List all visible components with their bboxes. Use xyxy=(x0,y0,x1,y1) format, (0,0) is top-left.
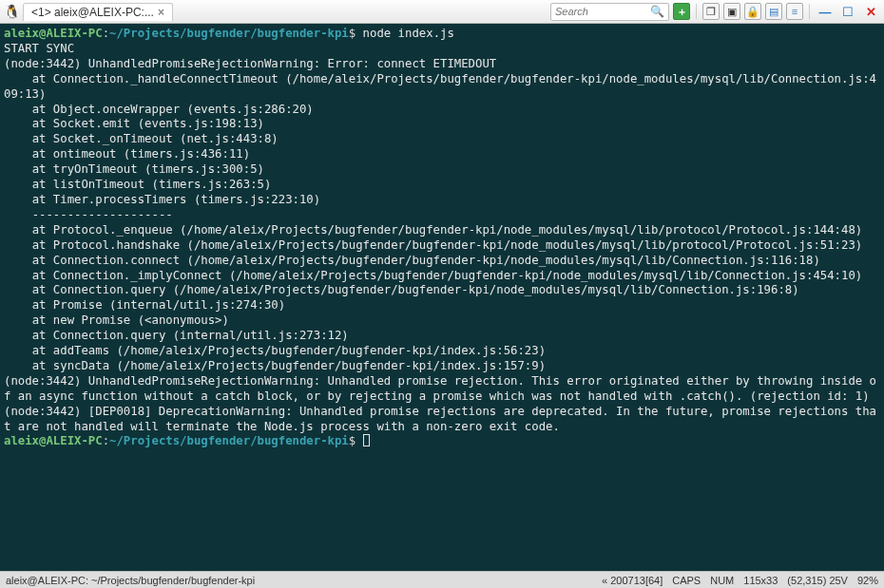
tab-label: <1> aleix@ALEIX-PC:... xyxy=(31,6,154,19)
status-path: aleix@ALEIX-PC: ~/Projects/bugfender/bug… xyxy=(6,575,592,586)
cursor xyxy=(363,434,370,446)
status-percent: 92% xyxy=(857,575,878,586)
prompt-sep: : xyxy=(103,27,109,40)
tux-icon: 🐧 xyxy=(4,4,19,19)
status-num: NUM xyxy=(710,575,734,586)
new-session-button[interactable]: ＋ xyxy=(673,3,690,20)
search-input[interactable] xyxy=(555,6,650,17)
status-caps: CAPS xyxy=(672,575,701,586)
terminal-lines: START SYNC (node:3442) UnhandledPromiseR… xyxy=(4,42,876,433)
status-position: (52,315) 25V xyxy=(787,575,848,586)
prompt-path: ~/Projects/bugfender/bugfender-kpi xyxy=(109,27,349,40)
status-size: 115x33 xyxy=(743,575,778,586)
close-tab-icon[interactable]: × xyxy=(158,6,164,19)
status-bar: aleix@ALEIX-PC: ~/Projects/bugfender/bug… xyxy=(0,571,884,588)
prompt-user: aleix@ALEIX-PC xyxy=(4,27,103,40)
paste-button[interactable]: ▣ xyxy=(723,3,740,20)
prompt-user: aleix@ALEIX-PC xyxy=(4,434,103,447)
search-box[interactable]: 🔍 xyxy=(550,3,669,21)
prompt-path: ~/Projects/bugfender/bugfender-kpi xyxy=(109,434,349,447)
toolbar-separator xyxy=(696,4,697,19)
toolbar-separator xyxy=(809,4,810,19)
close-window-button[interactable]: ✕ xyxy=(861,4,880,19)
prompt-sep: : xyxy=(103,434,109,447)
prompt-dollar: $ xyxy=(349,27,356,40)
prompt-command: node index.js xyxy=(363,27,454,40)
minimize-button[interactable]: — xyxy=(816,4,835,19)
panel-layout-button[interactable]: ▤ xyxy=(765,3,782,20)
copy-button[interactable]: ❐ xyxy=(702,3,720,20)
lock-button[interactable]: 🔒 xyxy=(744,3,761,20)
prompt-dollar: $ xyxy=(349,434,356,447)
status-encoding: « 200713[64] xyxy=(602,575,663,586)
terminal-tab[interactable]: <1> aleix@ALEIX-PC:... × xyxy=(23,3,173,21)
terminal-output[interactable]: aleix@ALEIX-PC:~/Projects/bugfender/bugf… xyxy=(0,24,884,571)
list-button[interactable]: ≡ xyxy=(786,3,803,20)
search-icon[interactable]: 🔍 xyxy=(650,5,664,18)
window-titlebar: 🐧 <1> aleix@ALEIX-PC:... × 🔍 ＋ ❐ ▣ 🔒 ▤ ≡… xyxy=(0,0,884,24)
maximize-button[interactable]: ☐ xyxy=(838,4,857,19)
